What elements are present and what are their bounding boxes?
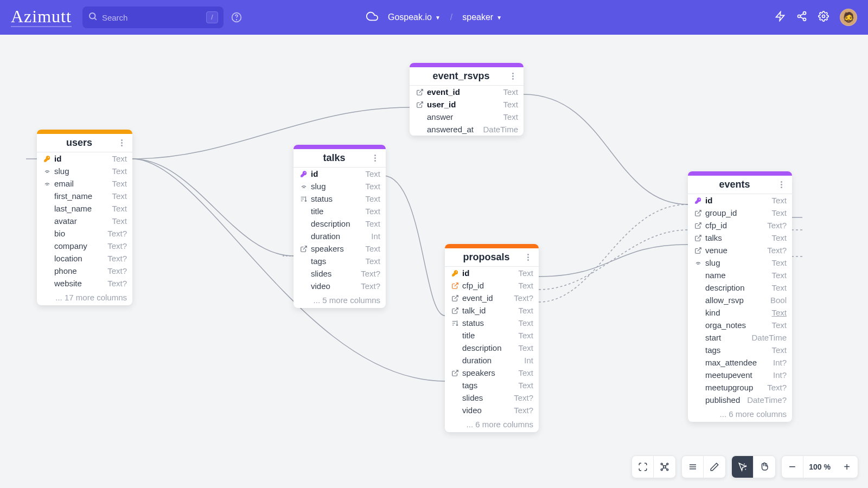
share-icon[interactable] [796, 11, 807, 24]
column-row[interactable]: startDateTime [688, 331, 792, 344]
layout-button[interactable] [654, 456, 675, 478]
column-row[interactable]: speakersText [293, 242, 386, 255]
column-row[interactable]: tagsText [293, 255, 386, 267]
column-row[interactable]: statusText [445, 317, 539, 329]
table-users[interactable]: users idTextslugTextemailTextfirst_nameT… [37, 130, 132, 305]
column-row[interactable]: idText [293, 168, 386, 180]
column-row[interactable]: descriptionText [293, 217, 386, 230]
zoom-in-button[interactable]: + [836, 456, 858, 478]
bolt-icon[interactable] [775, 11, 786, 24]
column-name: speakers [311, 244, 359, 253]
more-columns[interactable]: ... 6 more columns [688, 406, 792, 422]
column-row[interactable]: last_nameText [37, 202, 132, 215]
more-columns[interactable]: ... 6 more columns [445, 416, 539, 432]
table-menu-button[interactable] [116, 139, 127, 146]
table-proposals[interactable]: proposals idTextcfp_idTextevent_idText?t… [445, 244, 539, 432]
column-row[interactable]: avatarText [37, 215, 132, 227]
table-menu-button[interactable] [522, 254, 533, 261]
column-name: venue [705, 246, 761, 255]
column-row[interactable]: idText [688, 194, 792, 207]
column-name: group_id [705, 208, 765, 217]
project-dropdown[interactable]: Gospeak.io▼ [388, 12, 441, 22]
column-row[interactable]: answerText [410, 111, 524, 123]
diagram-canvas[interactable]: users idTextslugTextemailTextfirst_nameT… [0, 35, 868, 488]
avatar[interactable]: 🧔 [840, 9, 857, 26]
table-menu-button[interactable] [776, 181, 787, 188]
column-row[interactable]: slugText [37, 165, 132, 177]
table-menu-button[interactable] [507, 73, 518, 80]
column-row[interactable]: group_idText [688, 207, 792, 219]
column-row[interactable]: speakersText [445, 367, 539, 379]
column-row[interactable]: websiteText? [37, 277, 132, 290]
column-row[interactable]: max_attendeeInt? [688, 356, 792, 369]
search-input[interactable] [102, 13, 206, 22]
column-row[interactable]: user_idText [410, 98, 524, 111]
column-row[interactable]: slidesText? [445, 391, 539, 404]
fit-view-button[interactable] [632, 456, 654, 478]
column-name: status [462, 318, 512, 328]
column-row[interactable]: idText [37, 152, 132, 165]
column-row[interactable]: phoneText? [37, 265, 132, 277]
column-row[interactable]: nameText [688, 269, 792, 281]
table-events[interactable]: events idTextgroup_idTextcfp_idText?talk… [688, 171, 792, 422]
column-row[interactable]: kindText [688, 306, 792, 319]
column-row[interactable]: allow_rsvpBool [688, 294, 792, 306]
column-type: Text? [107, 279, 127, 288]
column-row[interactable]: idText [445, 267, 539, 279]
column-row[interactable]: descriptionText [688, 281, 792, 294]
column-row[interactable]: tagsText [445, 379, 539, 391]
column-row[interactable]: durationInt [293, 230, 386, 242]
search-box[interactable]: / [82, 7, 224, 28]
column-row[interactable]: companyText? [37, 240, 132, 252]
select-tool-button[interactable] [732, 456, 754, 478]
column-row[interactable]: meetupeventInt? [688, 369, 792, 381]
zoom-out-button[interactable]: − [782, 456, 803, 478]
column-row[interactable]: event_idText? [445, 292, 539, 304]
column-type: Bool [770, 296, 787, 305]
column-row[interactable]: statusText [293, 192, 386, 205]
column-row[interactable]: tagsText [688, 344, 792, 356]
column-row[interactable]: talk_idText [445, 304, 539, 317]
column-row[interactable]: orga_notesText [688, 319, 792, 331]
more-columns[interactable]: ... 5 more columns [293, 292, 386, 308]
table-menu-button[interactable] [369, 155, 380, 162]
column-row[interactable]: cfp_idText? [688, 219, 792, 232]
table-talks[interactable]: talks idTextslugTextstatusTexttitleTextd… [293, 145, 386, 308]
column-type: Int? [773, 358, 787, 367]
column-row[interactable]: descriptionText [445, 342, 539, 354]
column-row[interactable]: durationInt [445, 354, 539, 367]
column-row[interactable]: publishedDateTime? [688, 394, 792, 406]
column-row[interactable]: cfp_idText [445, 279, 539, 292]
column-row[interactable]: answered_atDateTime [410, 123, 524, 136]
svg-line-19 [666, 468, 667, 469]
column-row[interactable]: locationText? [37, 252, 132, 265]
column-row[interactable]: venueText? [688, 244, 792, 256]
column-type: Text [771, 308, 787, 317]
column-row[interactable]: talksText [688, 232, 792, 244]
column-row[interactable]: first_nameText [37, 190, 132, 202]
column-type: Text [112, 154, 127, 163]
svg-point-13 [667, 463, 668, 465]
column-row[interactable]: videoText? [445, 404, 539, 416]
pan-tool-button[interactable] [754, 456, 775, 478]
column-row[interactable]: slugText [293, 180, 386, 192]
column-row[interactable]: meetupgroupText? [688, 381, 792, 394]
menu-button[interactable] [682, 456, 704, 478]
help-icon[interactable] [231, 12, 242, 23]
column-type: DateTime [752, 333, 787, 342]
gear-icon[interactable] [818, 11, 829, 24]
column-row[interactable]: titleText [293, 205, 386, 217]
column-row[interactable]: event_idText [410, 86, 524, 98]
brand-logo[interactable]: Azimutt [11, 8, 72, 27]
column-row[interactable]: emailText [37, 177, 132, 190]
more-columns[interactable]: ... 17 more columns [37, 290, 132, 305]
column-row[interactable]: slidesText? [293, 267, 386, 280]
table-event-rsvps[interactable]: event_rsvps event_idTextuser_idTextanswe… [410, 63, 524, 136]
chevron-down-icon: ▼ [496, 15, 502, 21]
column-row[interactable]: bioText? [37, 227, 132, 240]
layout-dropdown[interactable]: speaker▼ [462, 12, 502, 22]
edit-button[interactable] [704, 456, 725, 478]
column-row[interactable]: videoText? [293, 280, 386, 292]
column-row[interactable]: titleText [445, 329, 539, 342]
column-row[interactable]: slugText [688, 256, 792, 269]
